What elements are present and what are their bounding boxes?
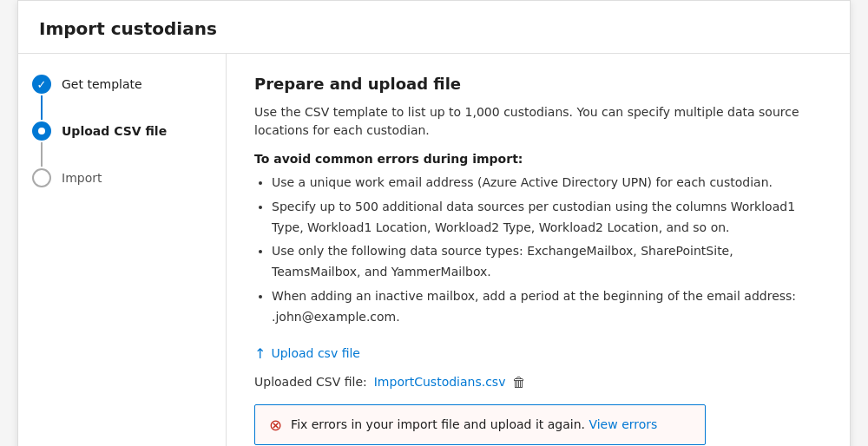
uploaded-file-row: Uploaded CSV file: ImportCustodians.csv … bbox=[254, 374, 822, 390]
error-banner: ⊗ Fix errors in your import file and upl… bbox=[254, 404, 706, 445]
checkmark-icon: ✓ bbox=[37, 78, 47, 91]
filename-link[interactable]: ImportCustodians.csv bbox=[374, 375, 506, 389]
step-circle-1: ✓ bbox=[32, 75, 51, 94]
delete-icon[interactable]: 🗑 bbox=[512, 374, 526, 390]
error-tips-label: To avoid common errors during import: bbox=[254, 152, 822, 166]
step-circle-3 bbox=[32, 168, 51, 187]
step-connector-2 bbox=[32, 121, 51, 168]
bullet-list: Use a unique work email address (Azure A… bbox=[272, 173, 822, 328]
step-line-1 bbox=[41, 95, 43, 120]
bullet-4: When adding an inactive mailbox, add a p… bbox=[272, 286, 822, 328]
step-upload-csv: Upload CSV file bbox=[32, 121, 212, 168]
step-connector-1: ✓ bbox=[32, 75, 51, 121]
dialog-header: Import custodians bbox=[18, 1, 850, 54]
step-circle-2 bbox=[32, 121, 51, 141]
upload-arrow-icon: ↑ bbox=[254, 345, 266, 362]
description: Use the CSV template to list up to 1,000… bbox=[254, 103, 822, 140]
step-label-2: Upload CSV file bbox=[62, 121, 167, 141]
upload-csv-link[interactable]: ↑ Upload csv file bbox=[254, 345, 360, 362]
sidebar: ✓ Get template Upload CSV file bbox=[18, 54, 227, 446]
upload-area: ↑ Upload csv file bbox=[254, 345, 822, 362]
step-import: Import bbox=[32, 168, 212, 187]
step-get-template: ✓ Get template bbox=[32, 75, 212, 121]
dialog-body: ✓ Get template Upload CSV file bbox=[18, 54, 850, 446]
step-connector-3 bbox=[32, 168, 51, 187]
upload-link-label: Upload csv file bbox=[271, 346, 360, 360]
uploaded-label: Uploaded CSV file: bbox=[254, 375, 367, 389]
section-title: Prepare and upload file bbox=[254, 75, 822, 93]
step-label-3: Import bbox=[62, 168, 102, 187]
import-custodians-dialog: Import custodians ✓ Get template bbox=[17, 0, 851, 446]
step-label-1: Get template bbox=[62, 75, 142, 94]
active-dot bbox=[38, 128, 45, 134]
step-line-2 bbox=[41, 142, 43, 167]
error-circle-icon: ⊗ bbox=[269, 416, 282, 434]
view-errors-link[interactable]: View errors bbox=[589, 417, 657, 431]
main-content: Prepare and upload file Use the CSV temp… bbox=[227, 54, 850, 446]
bullet-2: Specify up to 500 additional data source… bbox=[272, 197, 822, 239]
bullet-1: Use a unique work email address (Azure A… bbox=[272, 173, 822, 193]
error-text: Fix errors in your import file and uploa… bbox=[291, 417, 691, 431]
dialog-title: Import custodians bbox=[39, 18, 829, 39]
error-message: Fix errors in your import file and uploa… bbox=[291, 417, 585, 431]
bullet-3: Use only the following data source types… bbox=[272, 241, 822, 283]
